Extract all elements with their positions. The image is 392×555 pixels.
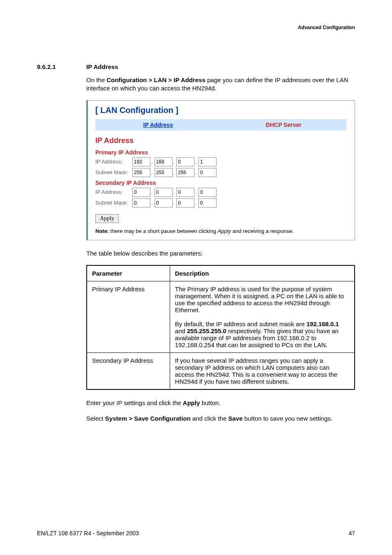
note-text-2: and receiving a response. xyxy=(231,228,293,234)
table-header-row: Parameter Description xyxy=(87,265,355,281)
dot-icon: . xyxy=(151,169,153,175)
tab-ip-address[interactable]: IP Address xyxy=(95,119,221,131)
secondary-mask-octet-1[interactable] xyxy=(132,198,150,207)
dot-icon: . xyxy=(151,159,153,165)
secondary-ip-octet-1[interactable] xyxy=(132,188,150,197)
desc-cell: The Primary IP address is used for the p… xyxy=(170,281,354,352)
panel-title: [ LAN Configuration ] xyxy=(95,106,346,115)
tab-bar: IP Address DHCP Server xyxy=(95,119,346,131)
parameter-table: Parameter Description Primary IP Address… xyxy=(87,265,355,389)
primary-mask-row: Subnet Mask: . . . xyxy=(95,168,346,177)
table-intro: The table below describes the parameters… xyxy=(86,249,355,258)
section-number: 9.6.2.1 xyxy=(37,63,86,70)
apply-word: Apply xyxy=(183,399,200,406)
primary-ip-heading: Primary IP Address xyxy=(95,149,346,156)
secondary-ip-heading: Secondary IP Address xyxy=(95,180,346,186)
col-parameter-header: Parameter xyxy=(87,265,170,281)
primary-mask-octet-2[interactable] xyxy=(154,168,173,177)
param-cell: Secondary IP Address xyxy=(87,352,170,389)
desc-bold: 255.255.255.0 xyxy=(187,327,226,334)
text: Enter your IP settings and click the xyxy=(86,399,183,406)
dot-icon: . xyxy=(173,200,175,206)
secondary-ip-octet-4[interactable] xyxy=(198,188,217,197)
dot-icon: . xyxy=(195,169,197,175)
parameter-table-wrap: Parameter Description Primary IP Address… xyxy=(86,265,355,390)
save-instruction: Select System > Save Configuration and c… xyxy=(86,415,355,423)
primary-mask-octet-1[interactable] xyxy=(132,168,150,177)
desc-bold: 192.168.0.1 xyxy=(307,320,339,327)
section-title: IP Address xyxy=(86,63,118,70)
param-cell: Primary IP Address xyxy=(87,281,170,352)
dot-icon: . xyxy=(173,159,175,165)
page-footer: EN/LZT 108 6377 R4 - September 2003 47 xyxy=(37,530,355,537)
lan-config-panel: [ LAN Configuration ] IP Address DHCP Se… xyxy=(86,100,355,240)
primary-ip-octet-3[interactable] xyxy=(176,157,194,166)
running-header: Advanced Configuration xyxy=(37,25,355,30)
save-word: Save xyxy=(228,415,243,422)
save-path: System > Save Configuration xyxy=(105,415,191,422)
dot-icon: . xyxy=(195,200,197,206)
table-row: Primary IP Address The Primary IP addres… xyxy=(87,281,355,352)
note-apply-word: Apply xyxy=(218,228,231,234)
footer-left: EN/LZT 108 6377 R4 - September 2003 xyxy=(37,530,139,537)
primary-mask-octet-4[interactable] xyxy=(198,168,217,177)
apply-instruction: Enter your IP settings and click the App… xyxy=(86,399,355,407)
section-heading-row: 9.6.2.1 IP Address xyxy=(37,63,355,70)
secondary-mask-octet-3[interactable] xyxy=(176,198,194,207)
note-label: Note: xyxy=(95,228,109,234)
secondary-mask-octet-2[interactable] xyxy=(154,198,173,207)
secondary-ip-octet-2[interactable] xyxy=(154,188,173,197)
page-number: 47 xyxy=(348,530,355,537)
text: Select xyxy=(86,415,105,422)
desc-para: The Primary IP address is used for the p… xyxy=(175,286,349,313)
table-row: Secondary IP Address If you have several… xyxy=(87,352,355,389)
tab-dhcp-server[interactable]: DHCP Server xyxy=(221,119,347,131)
primary-ip-octet-4[interactable] xyxy=(198,157,217,166)
primary-mask-octet-3[interactable] xyxy=(176,168,194,177)
secondary-mask-row: Subnet Mask: . . . xyxy=(95,198,346,207)
primary-ip-row: IP Address: . . . xyxy=(95,157,346,166)
desc-text: and xyxy=(175,327,187,334)
primary-ip-label: IP Address: xyxy=(95,159,132,165)
primary-mask-label: Subnet Mask: xyxy=(95,169,132,175)
primary-ip-octet-2[interactable] xyxy=(154,157,173,166)
secondary-mask-label: Subnet Mask: xyxy=(95,200,132,206)
primary-ip-octet-1[interactable] xyxy=(132,157,150,166)
dot-icon: . xyxy=(151,189,153,195)
note-text-1: there may be a short pause between click… xyxy=(109,228,217,234)
secondary-ip-label: IP Address: xyxy=(95,189,132,195)
secondary-ip-octet-3[interactable] xyxy=(176,188,194,197)
panel-heading: IP Address xyxy=(95,136,346,145)
secondary-ip-row: IP Address: . . . xyxy=(95,188,346,197)
intro-paragraph: On the Configuration > LAN > IP Address … xyxy=(86,76,355,93)
dot-icon: . xyxy=(151,200,153,206)
intro-pre: On the xyxy=(86,76,106,83)
secondary-mask-octet-4[interactable] xyxy=(198,198,217,207)
apply-note: Note: there may be a short pause between… xyxy=(95,228,346,234)
col-description-header: Description xyxy=(170,265,354,281)
dot-icon: . xyxy=(195,189,197,195)
text: and click the xyxy=(191,415,228,422)
text: button. xyxy=(200,399,221,406)
dot-icon: . xyxy=(173,189,175,195)
desc-text: By default, the IP address and subnet ma… xyxy=(175,320,307,327)
desc-cell: If you have several IP address ranges yo… xyxy=(170,352,354,389)
desc-para: By default, the IP address and subnet ma… xyxy=(175,320,349,348)
apply-button[interactable]: Apply xyxy=(95,214,119,223)
dot-icon: . xyxy=(173,169,175,175)
dot-icon: . xyxy=(195,159,197,165)
text: button to save you new settings. xyxy=(243,415,332,422)
intro-path: Configuration > LAN > IP Address xyxy=(106,76,205,83)
